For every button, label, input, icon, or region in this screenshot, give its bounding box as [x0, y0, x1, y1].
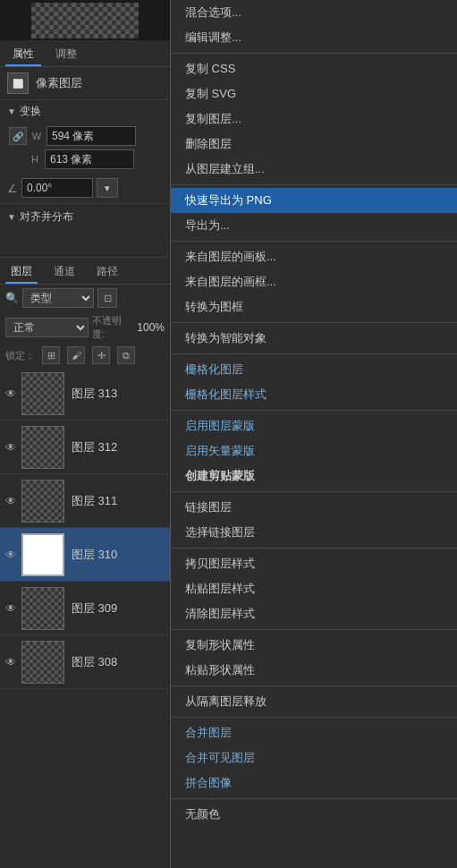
height-input[interactable]: [45, 149, 134, 169]
menu-clear-layer-style[interactable]: 清除图层样式: [171, 601, 457, 626]
properties-tabs: 属性 调整: [0, 40, 170, 67]
menu-create-clipping-mask[interactable]: 创建剪贴蒙版: [171, 464, 457, 489]
layer-row-311[interactable]: 👁 图层 311: [0, 474, 170, 528]
menu-merge-visible[interactable]: 合并可见图层: [171, 745, 457, 770]
menu-release-isolation[interactable]: 从隔离图层释放: [171, 689, 457, 714]
tab-adjustments[interactable]: 调整: [48, 44, 84, 66]
sep9: [171, 629, 457, 630]
menu-rasterize[interactable]: 栅格化图层: [171, 357, 457, 382]
layer-type-select[interactable]: 类型: [22, 288, 94, 308]
lock-paint-btn[interactable]: 🖌: [67, 346, 85, 364]
tab-layers[interactable]: 图层: [5, 261, 38, 284]
layer-name-310: 图层 310: [72, 547, 117, 563]
search-icon: 🔍: [5, 292, 19, 304]
thumb-311: [21, 480, 64, 523]
thumb-309: [21, 587, 64, 630]
menu-paste-layer-style[interactable]: 粘贴图层样式: [171, 576, 457, 601]
tab-properties[interactable]: 属性: [5, 44, 41, 66]
menu-copy-css[interactable]: 复制 CSS: [171, 56, 457, 81]
sep1: [171, 53, 457, 54]
width-row: 🔗 W: [7, 126, 163, 146]
angle-dropdown[interactable]: ▾: [97, 178, 118, 198]
layer-row-313[interactable]: 👁 图层 313: [0, 367, 170, 421]
opacity-label: 不透明度:: [92, 314, 133, 341]
menu-no-color[interactable]: 无颜色: [171, 802, 457, 827]
menu-export-as[interactable]: 导出为...: [171, 213, 457, 238]
menu-paste-shape-attr[interactable]: 粘贴形状属性: [171, 658, 457, 683]
align-label: 对齐并分布: [20, 209, 73, 225]
menu-copy-layer[interactable]: 复制图层...: [171, 106, 457, 132]
menu-rasterize-style[interactable]: 栅格化图层样式: [171, 382, 457, 407]
layers-list: 👁 图层 313 👁 图层 312 👁 图层 311 👁 图层 310 👁 图层…: [0, 367, 170, 689]
angle-icon: ∠: [7, 182, 18, 195]
lock-proportions-icon[interactable]: 🔗: [9, 127, 27, 145]
layer-row-312[interactable]: 👁 图层 312: [0, 421, 170, 474]
align-header[interactable]: ▼ 对齐并分布: [0, 203, 170, 228]
layer-name-309: 图层 309: [72, 600, 117, 617]
sep5: [171, 353, 457, 354]
menu-enable-vector-mask[interactable]: 启用矢量蒙版: [171, 438, 457, 464]
height-row: H: [7, 149, 163, 169]
menu-copy-svg[interactable]: 复制 SVG: [171, 81, 457, 106]
opacity-value: 100%: [137, 321, 165, 334]
layer-name-312: 图层 312: [72, 439, 117, 455]
lock-artboard-btn[interactable]: ⧉: [117, 346, 135, 364]
layers-search-row: 🔍 类型 ⊡: [0, 285, 170, 311]
layers-tabs: 图层 通道 路径: [0, 258, 170, 285]
menu-enable-mask[interactable]: 启用图层蒙版: [171, 413, 457, 438]
thumbnail-area: [0, 0, 170, 40]
context-menu: 混合选项... 编辑调整... 复制 CSS 复制 SVG 复制图层... 删除…: [170, 0, 457, 868]
thumb-310: [21, 533, 64, 576]
layer-thumbnail: [31, 3, 139, 38]
visibility-311[interactable]: 👁: [4, 494, 18, 508]
filter-icon[interactable]: ⊡: [97, 288, 117, 308]
sep10: [171, 685, 457, 686]
menu-smart-object[interactable]: 转换为智能对象: [171, 326, 457, 351]
angle-input[interactable]: [21, 178, 93, 198]
sep8: [171, 548, 457, 549]
sep4: [171, 322, 457, 323]
visibility-308[interactable]: 👁: [4, 655, 18, 669]
tab-paths[interactable]: 路径: [91, 261, 123, 284]
width-input[interactable]: [47, 126, 136, 146]
tab-channels[interactable]: 通道: [48, 261, 80, 284]
pixel-layer-section: ⬜ 像素图层: [0, 67, 170, 100]
lock-pixels-btn[interactable]: ⊞: [42, 346, 60, 364]
lock-label: 锁定：: [5, 349, 35, 362]
transform-label: 变换: [20, 104, 41, 119]
visibility-310[interactable]: 👁: [4, 548, 18, 562]
menu-delete-layer[interactable]: 删除图层: [171, 132, 457, 157]
lock-row: 锁定： ⊞ 🖌 ✛ ⧉: [0, 344, 170, 367]
width-label: W: [30, 131, 43, 141]
sep6: [171, 410, 457, 411]
menu-select-linked[interactable]: 选择链接图层: [171, 520, 457, 545]
transform-arrow: ▼: [7, 106, 16, 116]
menu-group-from-layer[interactable]: 从图层建立组...: [171, 157, 457, 182]
thumb-313: [21, 372, 64, 415]
menu-export-png[interactable]: 快速导出为 PNG: [171, 188, 457, 213]
visibility-313[interactable]: 👁: [4, 387, 18, 401]
menu-copy-shape-attr[interactable]: 复制形状属性: [171, 633, 457, 658]
transform-fields: 🔗 W H: [0, 123, 170, 176]
menu-edit-adjustment[interactable]: 编辑调整...: [171, 25, 457, 50]
layer-row-308[interactable]: 👁 图层 308: [0, 635, 170, 689]
blend-mode-select[interactable]: 正常: [5, 318, 89, 337]
menu-artboard-from-layer[interactable]: 来自图层的画板...: [171, 244, 457, 269]
layer-row-309[interactable]: 👁 图层 309: [0, 582, 170, 635]
visibility-309[interactable]: 👁: [4, 601, 18, 616]
menu-convert-to-frame[interactable]: 转换为图框: [171, 294, 457, 319]
height-label: H: [29, 154, 41, 165]
menu-flatten[interactable]: 拼合图像: [171, 770, 457, 796]
transform-header[interactable]: ▼ 变换: [0, 100, 170, 123]
layer-row-310[interactable]: 👁 图层 310: [0, 528, 170, 582]
menu-frame-from-layer[interactable]: 来自图层的画框...: [171, 269, 457, 294]
menu-copy-layer-style[interactable]: 拷贝图层样式: [171, 551, 457, 576]
align-section: [0, 228, 170, 258]
sep11: [171, 717, 457, 718]
visibility-312[interactable]: 👁: [4, 440, 18, 455]
menu-merge-layers[interactable]: 合并图层: [171, 720, 457, 745]
layer-name-313: 图层 313: [72, 386, 117, 402]
menu-link-layers[interactable]: 链接图层: [171, 495, 457, 520]
menu-blend-options[interactable]: 混合选项...: [171, 0, 457, 25]
lock-move-btn[interactable]: ✛: [92, 346, 110, 364]
